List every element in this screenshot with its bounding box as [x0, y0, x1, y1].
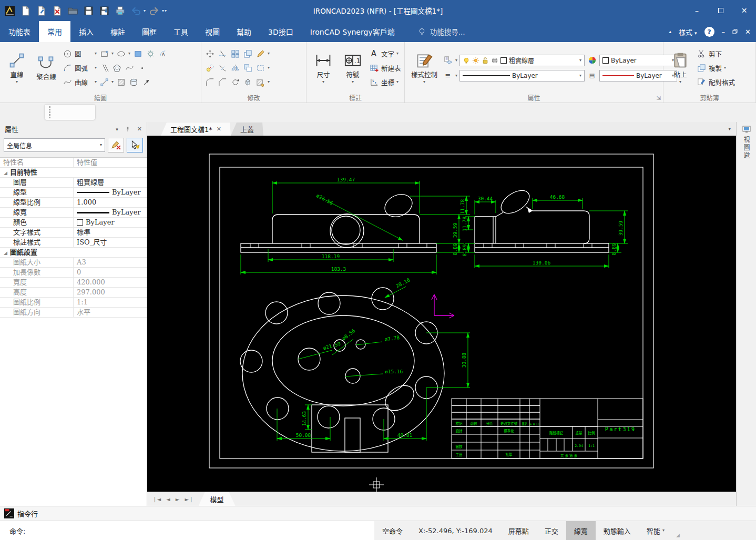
select-marquee-icon[interactable]: [255, 63, 265, 73]
dimension-button[interactable]: 尺寸▾: [310, 44, 337, 92]
doc-tab-drawing1[interactable]: 工程圖文檔1*✕: [161, 123, 231, 136]
undo-dropdown[interactable]: ▾: [144, 8, 146, 13]
mirror-icon[interactable]: [230, 63, 240, 73]
color-wheel-icon[interactable]: [587, 55, 597, 66]
row-lineweight[interactable]: 線寬ByLayer: [0, 208, 147, 218]
close-document-button[interactable]: [50, 4, 64, 18]
paste-button[interactable]: 貼上▾: [667, 44, 694, 92]
properties-dialog-launcher[interactable]: ⇲: [657, 95, 661, 101]
undo-button[interactable]: [129, 4, 143, 18]
point-icon[interactable]: [137, 63, 147, 73]
new-table-button[interactable]: 新建表: [381, 63, 401, 73]
style-control-button[interactable]: 樣式控制▾: [408, 44, 441, 92]
arc-text-icon[interactable]: [158, 48, 168, 59]
function-search[interactable]: 功能搜尋...: [418, 21, 465, 42]
redo-dropdown[interactable]: ▾: [162, 8, 164, 13]
chamfer-icon[interactable]: [217, 77, 228, 87]
region-hatch-icon[interactable]: [255, 77, 265, 87]
status-ortho-toggle[interactable]: 正交: [537, 521, 566, 540]
pin-icon[interactable]: [125, 126, 131, 133]
arc-icon[interactable]: [62, 63, 73, 73]
menu-tab-help[interactable]: 幫助: [228, 21, 260, 42]
circle-button[interactable]: 圓: [75, 49, 93, 59]
row-text-style[interactable]: 文字樣式標準: [0, 228, 147, 238]
cut-button[interactable]: 剪下: [709, 49, 722, 59]
parallel-line-icon[interactable]: [99, 63, 109, 73]
status-smart-toggle[interactable]: 智能 ▾: [639, 521, 672, 540]
menu-tab-tools[interactable]: 工具: [165, 21, 197, 42]
arc-button[interactable]: 圓弧: [75, 63, 93, 73]
status-screen-point[interactable]: 屏幕點: [500, 521, 537, 540]
layer-tool-icon[interactable]: [443, 55, 453, 66]
close-button[interactable]: ✕: [732, 0, 756, 21]
rectangle-icon[interactable]: [99, 48, 109, 59]
scope-selector[interactable]: 全局信息▾: [4, 138, 105, 152]
command-prompt[interactable]: 命令:: [0, 521, 374, 540]
text-button[interactable]: 文字: [381, 49, 394, 59]
trim-icon[interactable]: [217, 48, 228, 59]
edit-cancel-button[interactable]: [108, 138, 124, 152]
polygon-icon[interactable]: [111, 63, 122, 73]
line-button[interactable]: 直線▾: [3, 44, 30, 92]
model-tab[interactable]: 模型: [199, 492, 236, 506]
curve-button[interactable]: 曲線: [75, 77, 93, 87]
status-lineweight-toggle[interactable]: 線寬: [566, 521, 596, 540]
menu-tab-synergy[interactable]: IronCAD Synergy客戶端: [302, 21, 403, 42]
polyline-button[interactable]: 聚合線: [33, 44, 60, 92]
redo-button[interactable]: [147, 4, 161, 18]
menu-tab-view[interactable]: 視圖: [197, 21, 228, 42]
group-sheet-settings[interactable]: ◢圖紙設置: [0, 248, 147, 258]
doc-minimize-button[interactable]: –: [722, 28, 726, 36]
spline-icon[interactable]: [62, 77, 73, 87]
row-linetype[interactable]: 線型ByLayer: [0, 188, 147, 198]
menu-tab-home[interactable]: 常用: [39, 21, 70, 42]
ellipse-icon[interactable]: [116, 48, 126, 59]
rotate-icon[interactable]: [230, 77, 240, 87]
break-icon[interactable]: [217, 63, 228, 73]
panel-close-button[interactable]: ✕: [137, 126, 142, 133]
filled-rect-icon[interactable]: [132, 48, 143, 59]
construction-line-icon[interactable]: [99, 77, 109, 87]
group-current-properties[interactable]: ◢目前特性: [0, 168, 147, 178]
next-sheet-button[interactable]: ►: [176, 496, 180, 502]
app-logo-icon[interactable]: [3, 4, 17, 18]
tab-close-icon[interactable]: ✕: [217, 126, 221, 133]
coordinate-button[interactable]: 坐標: [381, 77, 394, 87]
doc-restore-button[interactable]: [732, 29, 738, 34]
status-dynamic-input-toggle[interactable]: 動態輸入: [596, 521, 639, 540]
drawing-canvas[interactable]: 139.47 ø21.56 118.19 183.3 11.78 39.59 8…: [147, 136, 736, 492]
save-button[interactable]: [81, 4, 96, 18]
profile-icon[interactable]: [124, 63, 135, 73]
lineweight-menu-icon[interactable]: ≡: [443, 70, 453, 81]
property-pick-button[interactable]: [127, 138, 143, 152]
rotate-copy-icon[interactable]: [205, 63, 215, 73]
collapse-ribbon-button[interactable]: ▴: [669, 29, 671, 34]
move-icon[interactable]: [205, 48, 215, 59]
copy-button[interactable]: 複製: [709, 63, 722, 73]
menu-tab-annotate[interactable]: 標註: [102, 21, 134, 42]
menu-tab-3d[interactable]: 3D接口: [260, 21, 302, 42]
circle-icon[interactable]: [62, 48, 73, 59]
row-layer[interactable]: 圖層粗實線層: [0, 178, 147, 188]
scale-icon[interactable]: [242, 63, 253, 73]
cylinder-icon[interactable]: [128, 77, 139, 87]
view-navigation-icon[interactable]: [742, 125, 751, 134]
menu-tab-insert[interactable]: 插入: [70, 21, 102, 42]
fillet-icon[interactable]: [205, 77, 215, 87]
help-icon[interactable]: ?: [704, 27, 714, 37]
floating-toolbar-handle[interactable]: [45, 105, 95, 120]
copy-region-icon[interactable]: [242, 48, 253, 59]
minimize-button[interactable]: –: [685, 0, 709, 21]
linestyle-list-icon[interactable]: ▤: [587, 70, 597, 81]
save-as-button[interactable]: [97, 4, 111, 18]
new-document-button[interactable]: [18, 4, 33, 18]
doc-tab-cover[interactable]: 上蓋: [231, 123, 263, 136]
row-color[interactable]: 顏色ByLayer: [0, 218, 147, 228]
first-sheet-button[interactable]: ❘◄: [152, 496, 161, 502]
last-sheet-button[interactable]: ►❘: [185, 496, 193, 502]
linetype-combo[interactable]: ByLayer ▾: [459, 70, 585, 81]
symbol-button[interactable]: 符號▾: [339, 44, 366, 92]
menu-tab-function[interactable]: 功能表: [0, 21, 39, 42]
array-icon[interactable]: [230, 48, 240, 59]
maximize-button[interactable]: [709, 0, 732, 21]
